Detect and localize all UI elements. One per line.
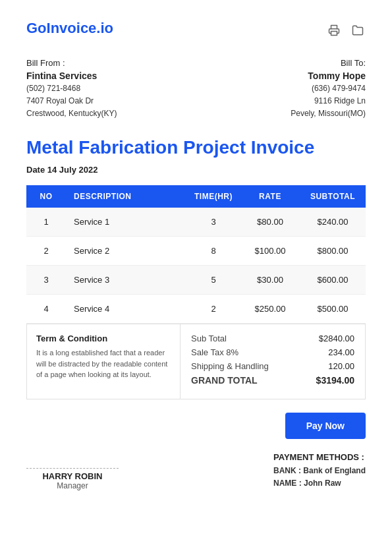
bill-to-phone: (636) 479-9474 xyxy=(291,82,366,95)
signature-line xyxy=(26,468,119,469)
cell-rate: $80.00 xyxy=(240,208,300,237)
cell-time: 5 xyxy=(186,266,240,295)
grand-total-row: GRAND TOTAL $3194.00 xyxy=(191,375,354,386)
cell-time: 3 xyxy=(186,208,240,237)
date-label: Date xyxy=(26,165,47,175)
bill-to-label: Bill To: xyxy=(291,58,366,68)
cell-subtotal: $240.00 xyxy=(300,208,366,237)
cell-rate: $30.00 xyxy=(240,266,300,295)
cell-no: 3 xyxy=(26,266,66,295)
cell-description: Service 3 xyxy=(66,266,186,295)
name-value: John Raw xyxy=(304,479,341,488)
col-rate: RATE xyxy=(240,185,300,208)
pay-now-section: Pay Now xyxy=(26,413,366,439)
bank-value: Bank of England xyxy=(303,466,366,475)
cell-subtotal: $500.00 xyxy=(300,295,366,324)
totals-box: Sub Total $2840.00 Sale Tax 8% 234.00 Sh… xyxy=(181,324,365,399)
terms-box: Term & Condition It is a long establishe… xyxy=(27,324,181,399)
header-icons xyxy=(326,22,366,38)
cell-no: 4 xyxy=(26,295,66,324)
bill-to-address1: 9116 Ridge Ln xyxy=(291,95,366,107)
header: GoInvoice.io xyxy=(26,20,366,38)
bank-detail: BANK : Bank of England xyxy=(273,465,366,477)
bill-from-address1: 7407 Royal Oak Dr xyxy=(26,95,117,107)
bottom-section: Term & Condition It is a long establishe… xyxy=(26,324,366,399)
pay-now-button[interactable]: Pay Now xyxy=(285,413,366,439)
table-row: 4 Service 4 2 $250.00 $500.00 xyxy=(26,295,366,324)
logo: GoInvoice.io xyxy=(26,20,113,37)
cell-time: 2 xyxy=(186,295,240,324)
tax-value: 234.00 xyxy=(328,347,354,357)
invoice-title: Metal Fabrication Project Invoice xyxy=(26,136,366,159)
terms-text: It is a long established fact that a rea… xyxy=(36,347,171,380)
tax-row: Sale Tax 8% 234.00 xyxy=(191,347,354,357)
bill-from: Bill From : Fintina Services (502) 721-8… xyxy=(26,58,117,121)
svg-rect-0 xyxy=(331,32,337,36)
cell-no: 2 xyxy=(26,237,66,266)
name-label: NAME : xyxy=(273,479,302,488)
subtotal-row: Sub Total $2840.00 xyxy=(191,334,354,343)
date-value: 14 July 2022 xyxy=(47,165,98,175)
bill-from-name: Fintina Services xyxy=(26,71,117,81)
cell-rate: $250.00 xyxy=(240,295,300,324)
cell-description: Service 4 xyxy=(66,295,186,324)
col-subtotal: SUBTOTAL xyxy=(300,185,366,208)
grand-value: $3194.00 xyxy=(316,375,354,386)
grand-label: GRAND TOTAL xyxy=(191,375,258,386)
col-description: DESCRIPTION xyxy=(66,185,186,208)
invoice-table: NO DESCRIPTION Time(hr) RATE SUBTOTAL 1 … xyxy=(26,185,366,324)
table-row: 2 Service 2 8 $100.00 $800.00 xyxy=(26,237,366,266)
cell-time: 8 xyxy=(186,237,240,266)
table-row: 1 Service 1 3 $80.00 $240.00 xyxy=(26,208,366,237)
footer-section: HARRY ROBIN Manager PAYMENT METHODS : BA… xyxy=(26,452,366,490)
table-header-row: NO DESCRIPTION Time(hr) RATE SUBTOTAL xyxy=(26,185,366,208)
bill-from-phone: (502) 721-8468 xyxy=(26,82,117,95)
payment-methods-title: PAYMENT METHODS : xyxy=(273,452,366,462)
col-no: NO xyxy=(26,185,66,208)
bill-to: Bill To: Tommy Hope (636) 479-9474 9116 … xyxy=(291,58,366,121)
cell-description: Service 1 xyxy=(66,208,186,237)
billing-section: Bill From : Fintina Services (502) 721-8… xyxy=(26,58,366,121)
payment-methods: PAYMENT METHODS : BANK : Bank of England… xyxy=(273,452,366,490)
col-time: Time(hr) xyxy=(186,185,240,208)
bank-label: BANK : xyxy=(273,466,301,475)
signature-box: HARRY ROBIN Manager xyxy=(26,468,119,490)
bill-from-label: Bill From : xyxy=(26,58,117,68)
invoice-date: Date 14 July 2022 xyxy=(26,165,366,175)
shipping-label: Shipping & Handling xyxy=(191,361,269,371)
cell-subtotal: $800.00 xyxy=(300,237,366,266)
bill-from-address2: Crestwood, Kentucky(KY) xyxy=(26,107,117,120)
tax-label: Sale Tax 8% xyxy=(191,347,238,357)
subtotal-value: $2840.00 xyxy=(319,334,354,343)
subtotal-label: Sub Total xyxy=(191,334,227,343)
bill-to-address2: Pevely, Missouri(MO) xyxy=(291,107,366,120)
signer-name: HARRY ROBIN xyxy=(26,471,119,481)
signer-title: Manager xyxy=(26,481,119,490)
cell-no: 1 xyxy=(26,208,66,237)
cell-description: Service 2 xyxy=(66,237,186,266)
bill-to-name: Tommy Hope xyxy=(291,71,366,81)
folder-icon[interactable] xyxy=(350,22,366,38)
cell-subtotal: $600.00 xyxy=(300,266,366,295)
terms-title: Term & Condition xyxy=(36,334,171,343)
name-detail: NAME : John Raw xyxy=(273,477,366,490)
shipping-value: 120.00 xyxy=(328,361,354,371)
print-icon[interactable] xyxy=(326,22,342,38)
cell-rate: $100.00 xyxy=(240,237,300,266)
shipping-row: Shipping & Handling 120.00 xyxy=(191,361,354,371)
table-row: 3 Service 3 5 $30.00 $600.00 xyxy=(26,266,366,295)
